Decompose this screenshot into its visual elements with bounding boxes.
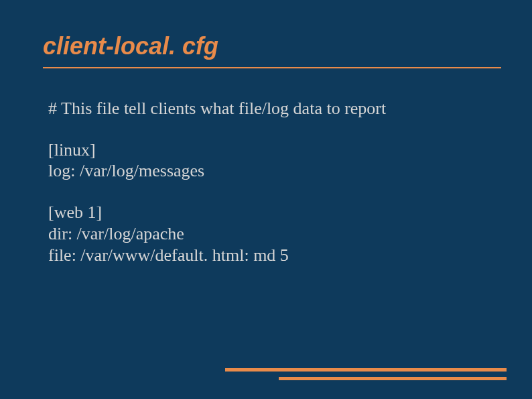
config-block-web1: [web 1] dir: /var/log/apache file: /var/…: [48, 202, 492, 266]
comment-block: # This file tell clients what file/log d…: [48, 98, 492, 119]
footer-decoration: [225, 363, 507, 380]
title-underline: [43, 67, 501, 68]
config-block-linux: [linux] log: /var/log/messages: [48, 139, 492, 182]
slide: client-local. cfg # This file tell clien…: [0, 0, 532, 399]
section-header: [linux]: [48, 139, 492, 161]
section-header: [web 1]: [48, 202, 492, 223]
accent-bar-icon: [225, 368, 507, 372]
slide-body: # This file tell clients what file/log d…: [48, 98, 492, 266]
slide-title: client-local. cfg: [43, 32, 492, 60]
config-line: log: /var/log/messages: [48, 160, 492, 182]
config-line: file: /var/www/default. html: md 5: [48, 245, 492, 266]
comment-line: # This file tell clients what file/log d…: [48, 98, 492, 119]
config-line: dir: /var/log/apache: [48, 223, 492, 245]
accent-bar-icon: [279, 377, 507, 380]
